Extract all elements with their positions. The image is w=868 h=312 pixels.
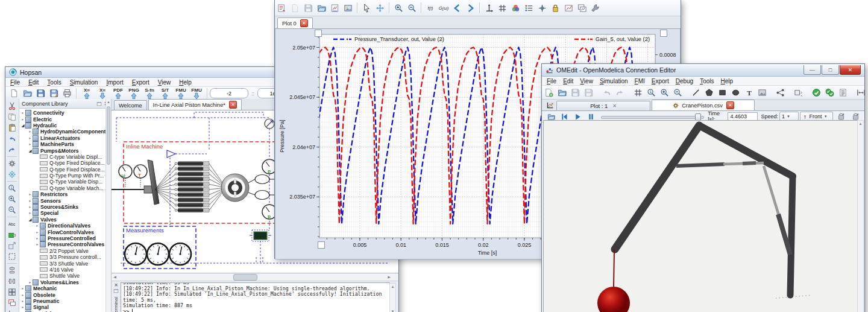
expand-icon[interactable]: ▸ — [35, 236, 40, 241]
hopsan-menu-view[interactable]: View — [158, 79, 171, 86]
expand-icon[interactable]: ▸ — [28, 280, 33, 285]
expand-icon[interactable]: ▸ — [28, 129, 33, 134]
legend-icon[interactable] — [523, 2, 535, 14]
polygon-icon[interactable] — [703, 87, 715, 98]
omedit-menu-debug[interactable]: Debug — [676, 78, 693, 84]
omedit-menu-export[interactable]: Export — [652, 78, 669, 84]
cursor-icon[interactable] — [360, 2, 373, 14]
tree-item-3-3-shuttle-valve[interactable]: 3/3 Shuttle Valve — [19, 260, 111, 266]
tree-item-pressurecontrolled[interactable]: ▸PressureControlled — [19, 235, 111, 241]
omedit-menu-edit[interactable]: Edit — [563, 78, 573, 84]
terminal-tab-label[interactable]: Terminal — [113, 297, 119, 312]
start-time-input[interactable]: -2 — [210, 88, 248, 98]
save-as-icon[interactable] — [48, 88, 60, 100]
align-vertical-icon[interactable] — [6, 265, 18, 275]
library-scrollbar[interactable]: ▲ ▼ — [105, 99, 111, 312]
export-sfn-4-button[interactable]: S-fn — [142, 88, 157, 100]
grid-icon[interactable] — [496, 2, 508, 14]
close-tab-icon[interactable]: ✕ — [726, 101, 734, 109]
print-icon[interactable] — [61, 88, 73, 100]
viewport-scrollbar[interactable]: ▲ ▼ — [857, 120, 864, 312]
snap-icon[interactable] — [6, 308, 18, 312]
tree-item-obsolete[interactable]: ▸Obsolete — [19, 291, 111, 298]
tree-item-q-type-fixed-displace[interactable]: Q-type Fixed Displace... — [19, 167, 111, 173]
close-button[interactable]: ✕ — [840, 65, 861, 75]
tree-item-electric[interactable]: ▸Electric — [19, 116, 111, 122]
tree-item-directionalvalves[interactable]: ▸DirectionalValves — [19, 223, 111, 229]
expand-icon[interactable]: ▸ — [20, 117, 25, 122]
close-plot-tab-icon[interactable]: ✕ — [300, 19, 308, 27]
hopsan-menu-edit[interactable]: Edit — [28, 79, 39, 86]
instantiate-icon[interactable] — [837, 87, 849, 98]
line-icon[interactable] — [690, 87, 702, 98]
save-as-icon[interactable] — [582, 87, 594, 98]
tab-plot1[interactable]: Plot : 1 ✕ — [556, 101, 650, 110]
tree-item-special[interactable]: ▸Special — [19, 210, 111, 216]
lock-axes-icon[interactable] — [549, 2, 561, 14]
document-icon[interactable] — [289, 2, 301, 14]
omedit-menu-simulation[interactable]: Simulation — [600, 78, 628, 84]
new-icon[interactable] — [8, 88, 20, 100]
tree-item-pneumatic[interactable]: ▸Pneumatic — [19, 298, 111, 304]
expand-icon[interactable]: ▸ — [28, 136, 33, 141]
tree-item-q-type-pump-with-pr[interactable]: Q-Type Pump With Pr... — [19, 173, 111, 179]
properties-icon[interactable] — [589, 2, 601, 14]
collapse-icon[interactable]: ◢ — [28, 148, 33, 153]
hopsan-menu-tools[interactable]: Tools — [47, 79, 61, 86]
hopsan-menu-simulation[interactable]: Simulation — [70, 79, 98, 86]
export-st-5-button[interactable]: S/T — [157, 88, 173, 100]
expand-icon[interactable]: ▸ — [20, 110, 25, 115]
zoom-in-icon[interactable] — [392, 2, 404, 14]
new-plot-icon[interactable] — [562, 2, 574, 14]
save-icon[interactable] — [569, 87, 581, 98]
tree-item-hydrodynamiccomponents[interactable]: ▸HydroDynamicComponents — [19, 129, 111, 135]
pan-icon[interactable] — [374, 2, 386, 14]
export-png-3-button[interactable]: PNG — [126, 88, 142, 100]
select-icon[interactable] — [6, 251, 18, 261]
tree-item-hydraulic[interactable]: ◢Hydraulic — [19, 123, 111, 129]
plot-window-icon[interactable] — [544, 101, 556, 110]
tree-item-shuttle-valve[interactable]: Shuttle Valve — [19, 273, 111, 279]
export-selection-icon[interactable] — [6, 240, 18, 250]
tree-item-linearactuators[interactable]: ▸LinearActuators — [19, 135, 111, 141]
expand-icon[interactable]: ▸ — [35, 242, 40, 247]
expand-icon[interactable]: ▸ — [28, 142, 33, 147]
hopsan-menu-import[interactable]: Import — [106, 79, 123, 86]
save-icon[interactable] — [34, 88, 46, 100]
canvas-hscrollbar[interactable]: ◀ ▶ — [112, 273, 398, 281]
redo-icon[interactable] — [6, 144, 18, 154]
measurement-clocks[interactable] — [125, 243, 191, 265]
3d-viewport[interactable] — [543, 120, 858, 312]
omedit-menu-help[interactable]: Help — [721, 78, 734, 84]
gw-icon[interactable]: G(ω) — [438, 2, 450, 14]
export-pdf-2-button[interactable]: PDF — [110, 88, 126, 100]
lock-left-axis-checkbox[interactable] — [315, 30, 322, 37]
new-model-icon[interactable] — [542, 87, 555, 98]
collapse-icon[interactable]: ◢ — [20, 123, 25, 128]
close-tab-icon[interactable]: ✕ — [229, 101, 237, 109]
zoom-original-icon[interactable]: 1 — [6, 183, 18, 193]
tree-item-3-3-pressure-controll[interactable]: 3/3 Pressure controll... — [19, 254, 111, 260]
lock-x-axis-checkbox[interactable] — [318, 241, 325, 249]
ellipse-icon[interactable] — [729, 87, 741, 98]
hopsan-menu-file[interactable]: File — [10, 79, 20, 86]
undo-icon[interactable] — [600, 87, 612, 98]
open-icon[interactable] — [315, 2, 327, 14]
zoom-in-icon[interactable] — [658, 87, 670, 98]
undo-icon[interactable] — [6, 133, 18, 144]
valve-plate[interactable] — [221, 174, 249, 202]
expand-icon[interactable]: ▸ — [35, 223, 40, 228]
paste-icon[interactable] — [6, 123, 18, 133]
expand-icon[interactable]: ▸ — [20, 293, 25, 298]
hopsan-menu-help[interactable]: Help — [179, 79, 192, 86]
export-data-icon[interactable] — [329, 2, 341, 14]
omedit-menu-fmi[interactable]: FMI — [635, 78, 645, 84]
open-icon[interactable] — [21, 88, 33, 100]
tree-item-q-type-variable-disp[interactable]: Q-Type Variable Disp... — [19, 179, 111, 185]
expand-icon[interactable]: ▸ — [28, 199, 33, 203]
tab-plot0[interactable]: Plot 0 ✕ — [277, 18, 313, 28]
zoom-in-icon[interactable] — [6, 194, 18, 204]
bitmap-icon[interactable] — [756, 87, 768, 98]
cut-icon[interactable] — [6, 101, 18, 111]
tree-item-2-2-poppet-valve[interactable]: 2/2 Poppet Valve — [19, 248, 111, 254]
